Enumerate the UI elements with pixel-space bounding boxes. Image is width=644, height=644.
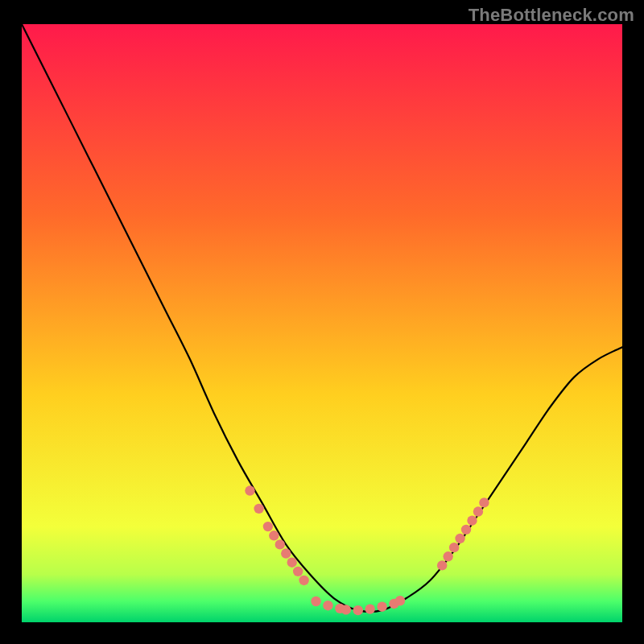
sample-dot [377, 601, 386, 611]
sample-dot [479, 497, 489, 507]
sample-dot [341, 605, 351, 614]
sample-dot [299, 576, 308, 585]
sample-dot [311, 597, 320, 606]
sample-dot [461, 525, 471, 535]
sample-dot [245, 485, 254, 495]
watermark-text: TheBottleneck.com [469, 5, 634, 26]
sample-dot [467, 515, 477, 525]
sample-dot [455, 534, 464, 543]
sample-dot [437, 560, 447, 570]
sample-dot [287, 558, 297, 568]
sample-dot [473, 506, 483, 516]
sample-dot [281, 548, 291, 558]
sample-dot [395, 596, 405, 605]
sample-dot [254, 504, 263, 514]
sample-dot [353, 605, 363, 615]
sample-dot [323, 601, 332, 610]
sample-dot [275, 539, 285, 549]
sample-dot [365, 604, 374, 613]
sample-dot [263, 522, 273, 531]
sample-dot [449, 543, 459, 552]
sample-dot [293, 567, 303, 576]
bottleneck-chart [0, 0, 644, 644]
chart-frame: TheBottleneck.com [0, 0, 644, 644]
sample-dot [269, 530, 279, 540]
plot-area [22, 24, 622, 622]
sample-dot [443, 551, 452, 561]
